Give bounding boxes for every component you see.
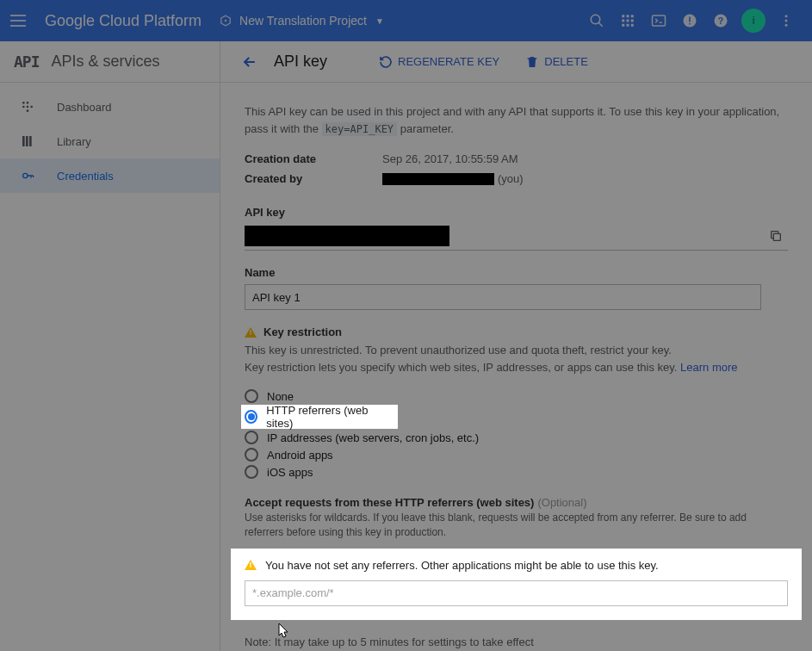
- svg-point-31: [23, 173, 28, 177]
- project-selector[interactable]: New Translation Project ▼: [219, 14, 384, 28]
- gcp-logo: Google Cloud Platform: [45, 12, 201, 30]
- key-restriction-desc: This key is unrestricted. To prevent una…: [245, 342, 788, 375]
- warning-icon: [245, 560, 257, 570]
- section-title: APIs & services: [52, 53, 160, 71]
- settings-note: Note: It may take up to 5 minutes for se…: [245, 636, 788, 648]
- referrer-warning: You have not set any referrers. Other ap…: [245, 559, 788, 572]
- accept-referrers-desc: Use asterisks for wildcards. If you leav…: [245, 511, 788, 540]
- svg-point-23: [27, 102, 29, 104]
- svg-rect-6: [631, 15, 634, 17]
- svg-rect-28: [22, 136, 25, 146]
- sidebar-item-dashboard[interactable]: Dashboard: [0, 90, 220, 124]
- svg-rect-11: [627, 24, 629, 27]
- api-badge: API: [14, 53, 40, 71]
- radio-icon: [245, 410, 257, 424]
- learn-more-link[interactable]: Learn more: [680, 361, 737, 374]
- svg-rect-9: [631, 20, 634, 22]
- sidebar-item-library[interactable]: Library: [0, 124, 220, 158]
- api-key-label: API key: [245, 206, 788, 219]
- referrer-input[interactable]: [245, 580, 788, 606]
- avatar[interactable]: i: [741, 9, 766, 33]
- project-name: New Translation Project: [239, 14, 367, 28]
- created-by-label: Created by: [245, 172, 382, 185]
- svg-line-3: [598, 22, 603, 27]
- help-icon[interactable]: ?: [705, 5, 736, 36]
- svg-point-24: [30, 106, 33, 108]
- page-title: API key: [274, 53, 327, 71]
- sidebar-item-label: Dashboard: [57, 101, 112, 114]
- warning-icon: [245, 327, 257, 338]
- svg-rect-13: [653, 16, 666, 26]
- svg-text:?: ?: [718, 16, 723, 26]
- radio-label: HTTP referrers (web sites): [266, 404, 389, 430]
- radio-label: Android apps: [267, 449, 333, 462]
- svg-rect-5: [627, 15, 629, 17]
- more-vert-icon[interactable]: [771, 5, 802, 36]
- radio-icon: [245, 389, 258, 403]
- radio-label: IP addresses (web servers, cron jobs, et…: [267, 431, 479, 444]
- created-by-value: (you): [382, 172, 524, 185]
- radio-http-referrers[interactable]: HTTP referrers (web sites): [245, 408, 389, 425]
- svg-point-2: [591, 15, 600, 24]
- svg-point-19: [785, 15, 788, 17]
- regenerate-key-button[interactable]: REGENERATE KEY: [379, 55, 499, 69]
- svg-rect-32: [773, 233, 780, 240]
- trash-icon: [525, 55, 539, 69]
- radio-label: None: [267, 390, 294, 403]
- radio-icon: [245, 448, 258, 462]
- svg-point-1: [225, 20, 226, 22]
- svg-rect-15: [689, 17, 691, 22]
- svg-rect-30: [29, 136, 32, 146]
- name-label: Name: [245, 266, 788, 279]
- radio-icon: [245, 431, 258, 444]
- svg-point-22: [22, 102, 25, 104]
- key-icon: [17, 169, 38, 183]
- back-arrow-icon[interactable]: [241, 53, 258, 71]
- name-input[interactable]: [245, 284, 761, 310]
- search-icon[interactable]: [581, 5, 612, 36]
- menu-icon[interactable]: [10, 10, 31, 31]
- cloud-shell-icon[interactable]: [643, 5, 674, 36]
- key-restriction-heading: Key restriction: [263, 326, 342, 338]
- svg-rect-10: [622, 24, 624, 27]
- svg-point-20: [785, 20, 788, 22]
- radio-ios-apps[interactable]: iOS apps: [245, 463, 788, 480]
- apps-grid-icon[interactable]: [612, 5, 643, 36]
- svg-rect-4: [622, 15, 624, 17]
- accept-referrers-label: Accept requests from these HTTP referrer…: [245, 496, 587, 509]
- creation-date-label: Creation date: [245, 152, 382, 165]
- svg-point-21: [785, 24, 788, 27]
- svg-point-27: [27, 109, 29, 112]
- notifications-icon[interactable]: [674, 5, 705, 36]
- redacted-api-key: [245, 226, 449, 246]
- svg-point-26: [27, 106, 29, 108]
- svg-rect-12: [631, 24, 634, 27]
- creation-date-value: Sep 26, 2017, 10:55:59 AM: [382, 152, 518, 165]
- sidebar-item-credentials[interactable]: Credentials: [0, 158, 220, 193]
- project-hex-icon: [219, 14, 232, 28]
- svg-rect-16: [689, 23, 691, 25]
- radio-ip-addresses[interactable]: IP addresses (web servers, cron jobs, et…: [245, 429, 788, 446]
- intro-text: This API key can be used in this project…: [245, 103, 788, 137]
- radio-android-apps[interactable]: Android apps: [245, 446, 788, 463]
- sidebar-item-label: Library: [57, 135, 91, 148]
- caret-down-icon: ▼: [375, 16, 384, 26]
- library-icon: [17, 134, 38, 148]
- delete-button[interactable]: DELETE: [525, 55, 588, 69]
- svg-point-25: [22, 106, 25, 108]
- copy-icon[interactable]: [764, 224, 788, 248]
- svg-rect-8: [627, 20, 629, 22]
- redacted-email: [382, 173, 494, 185]
- sidebar-item-label: Credentials: [57, 170, 114, 183]
- refresh-icon: [379, 55, 393, 69]
- svg-rect-7: [622, 20, 624, 22]
- radio-icon: [245, 465, 258, 479]
- dashboard-icon: [17, 100, 38, 114]
- radio-label: iOS apps: [267, 466, 313, 479]
- svg-rect-29: [26, 136, 28, 146]
- radio-none[interactable]: None: [245, 388, 788, 405]
